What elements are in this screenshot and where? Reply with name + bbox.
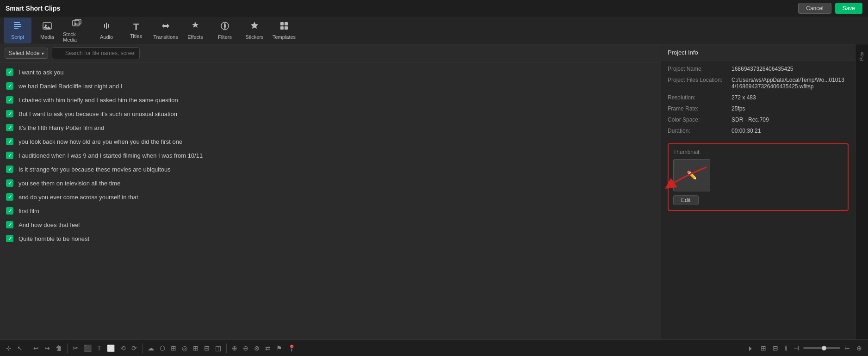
bottom-next-icon[interactable]: ⊢ [842, 343, 852, 353]
toolbar-item-templates[interactable]: Templates [270, 18, 298, 43]
bottom-swap-icon[interactable]: ⇄ [263, 343, 273, 353]
bottom-rotate-left-icon[interactable]: ⟲ [118, 343, 128, 353]
bottom-add-icon[interactable]: ⊕ [229, 343, 240, 353]
checkbox-icon[interactable] [6, 221, 14, 229]
bottom-cloud-icon[interactable]: ☁ [145, 343, 156, 353]
script-item[interactable]: It's the fifth Harry Potter film and [0, 121, 661, 135]
script-line-text: Is it strange for you because these movi… [19, 166, 171, 173]
bottom-cut-icon[interactable]: ✂ [70, 343, 81, 353]
project-info-row: Project Files Location: C:/Users/ws/AppD… [668, 77, 849, 90]
script-item[interactable]: Is it strange for you because these movi… [0, 162, 661, 176]
audio-icon [101, 21, 112, 32]
toolbar-item-stock-media[interactable]: Stock Media [63, 18, 91, 43]
bottom-hex-icon[interactable]: ⬡ [157, 343, 167, 353]
checkbox-icon[interactable] [6, 68, 14, 76]
bottom-remove-icon[interactable]: ⊖ [241, 343, 251, 353]
bottom-flag-icon[interactable]: ⚑ [274, 343, 285, 353]
checkbox-icon[interactable] [6, 179, 14, 187]
bottom-box1-icon[interactable]: ⬛ [81, 343, 94, 353]
toolbar-item-stickers[interactable]: Stickers [241, 18, 268, 43]
bottom-target-icon[interactable]: ◎ [180, 343, 190, 353]
checkbox-icon[interactable] [6, 110, 14, 118]
bottom-grid2-icon[interactable]: ⊞ [191, 343, 201, 353]
bottom-pointer-icon[interactable]: ↖ [15, 343, 25, 353]
separator-1 [28, 344, 28, 353]
script-item[interactable]: first film [0, 204, 661, 218]
bottom-zoom-fit-icon[interactable]: ⊕ [854, 343, 864, 353]
bottom-redo-icon[interactable]: ↪ [42, 343, 52, 353]
checkbox-icon[interactable] [6, 151, 14, 160]
script-item[interactable]: and do you ever come across yourself in … [0, 190, 661, 204]
bottom-split-icon[interactable]: ◫ [213, 343, 223, 353]
toolbar-item-filters[interactable]: Filters [211, 18, 239, 43]
bottom-rotate-right-icon[interactable]: ⟳ [129, 343, 139, 353]
script-line-text: first film [19, 208, 39, 215]
script-item[interactable]: I auditioned when I was 9 and I started … [0, 148, 661, 162]
separator-2 [67, 344, 68, 353]
script-item[interactable]: you see them on television all the time [0, 176, 661, 190]
bottom-select-icon[interactable]: ⊹ [4, 343, 14, 353]
project-info-row: Resolution: 272 x 483 [668, 94, 849, 101]
select-mode-dropdown[interactable]: Select Mode ▾ [5, 48, 48, 59]
bottom-box2-icon[interactable]: ⬜ [105, 343, 117, 353]
bottom-cross-icon[interactable]: ⊗ [252, 343, 262, 353]
checkbox-icon[interactable] [6, 137, 14, 146]
script-line-text: And how does that feel [19, 221, 80, 228]
toolbar-item-effects[interactable]: Effects [181, 18, 209, 43]
bottom-playback-icon[interactable]: ⏵ [745, 343, 756, 353]
checkbox-icon[interactable] [6, 234, 14, 243]
project-info-body: Project Name: 16869437326406435425 Proje… [661, 61, 855, 139]
checkbox-icon[interactable] [6, 82, 14, 90]
toolbar-filters-label: Filters [218, 34, 232, 40]
zoom-slider[interactable] [803, 347, 840, 349]
bottom-export-icon[interactable]: ⊟ [770, 343, 781, 353]
cancel-button[interactable]: Cancel [798, 3, 831, 14]
bottom-grid-icon[interactable]: ⊞ [168, 343, 179, 353]
bottom-layout-icon[interactable]: ⊞ [758, 343, 769, 353]
bottom-pin-icon[interactable]: 📍 [285, 343, 298, 353]
toolbar-stock-media-label: Stock Media [63, 31, 91, 43]
info-label: Frame Rate: [668, 105, 728, 112]
script-item[interactable]: I chatted with him briefly and I asked h… [0, 93, 661, 107]
bottom-undo-icon[interactable]: ↩ [31, 343, 41, 353]
checkbox-icon[interactable] [6, 165, 14, 173]
toolbar-item-transitions[interactable]: Transitions [152, 18, 180, 43]
save-button[interactable]: Save [835, 3, 862, 14]
info-label: Resolution: [668, 94, 728, 101]
bottom-info-icon[interactable]: ℹ [782, 343, 789, 353]
edit-thumbnail-button[interactable]: Edit [673, 195, 699, 205]
toolbar-item-script[interactable]: Script [4, 18, 31, 43]
info-value: 25fps [732, 105, 745, 112]
checkbox-icon[interactable] [6, 123, 14, 132]
script-item[interactable]: And how does that feel [0, 218, 661, 232]
bottom-prev-icon[interactable]: ⊣ [791, 343, 801, 353]
script-item[interactable]: you look back now how old are you when y… [0, 135, 661, 148]
toolbar-item-media[interactable]: Media [33, 18, 61, 43]
script-item[interactable]: But I want to ask you because it's such … [0, 107, 661, 121]
transitions-icon [161, 21, 171, 32]
bottom-minus-box-icon[interactable]: ⊟ [202, 343, 212, 353]
checkbox-checked [6, 68, 13, 76]
info-label: Project Files Location: [668, 77, 728, 83]
checkbox-icon[interactable] [6, 96, 14, 104]
toolbar-item-titles[interactable]: T Titles [122, 18, 150, 43]
search-input[interactable] [52, 47, 140, 59]
left-panel: Select Mode ▾ 🔍 I want to ask you we had… [0, 44, 661, 339]
media-icon [42, 21, 52, 32]
script-item[interactable]: we had Daniel Radcliffe last night and I [0, 79, 661, 93]
checkbox-checked [6, 207, 13, 215]
top-bar-actions: Cancel Save [798, 3, 862, 14]
script-line-text: But I want to ask you because it's such … [19, 110, 177, 117]
info-label: Project Name: [668, 66, 728, 72]
checkbox-icon[interactable] [6, 193, 14, 201]
bottom-text-icon[interactable]: T [95, 343, 104, 353]
toolbar-item-audio[interactable]: Audio [93, 18, 120, 43]
checkbox-checked [6, 193, 13, 201]
bottom-delete-icon[interactable]: 🗑 [53, 343, 64, 353]
toolbar-templates-label: Templates [273, 34, 296, 40]
script-item[interactable]: Quite horrible to be honest [0, 232, 661, 246]
script-item[interactable]: I want to ask you [0, 65, 661, 79]
thumbnail-section: Thumbnail: ✏️ Edit [668, 143, 849, 211]
checkbox-icon[interactable] [6, 207, 14, 215]
info-value: 272 x 483 [732, 94, 756, 101]
